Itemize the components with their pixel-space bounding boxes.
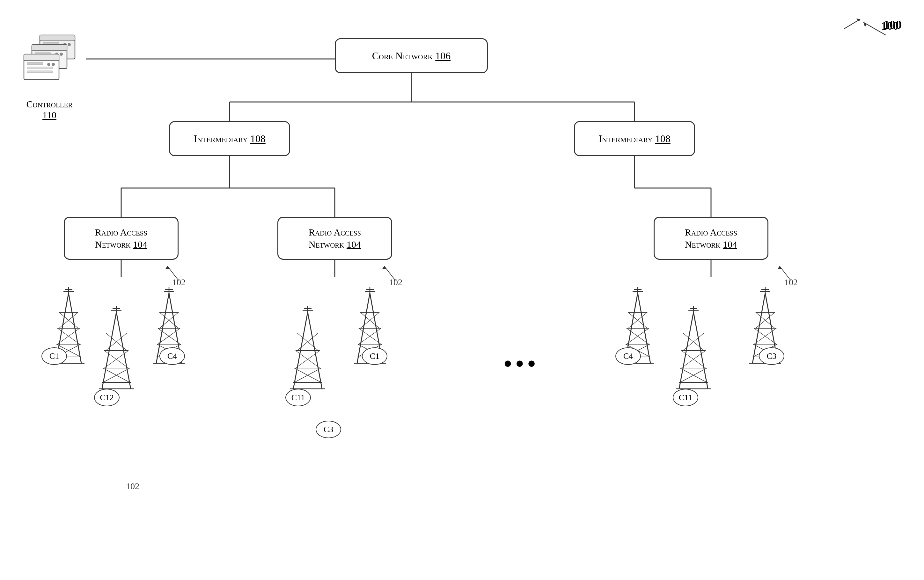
svg-rect-33 (27, 71, 53, 72)
intermediary-right-box: Intermediary 108 (574, 121, 695, 156)
svg-point-30 (47, 63, 50, 66)
svg-point-24 (59, 53, 63, 56)
svg-rect-28 (24, 54, 59, 61)
connection-lines (0, 0, 924, 580)
tower-mid-1 (287, 306, 328, 403)
svg-rect-31 (27, 62, 43, 65)
cell-c3-mid: C3 (316, 421, 341, 438)
ellipsis-dots: ••• (504, 351, 540, 377)
controller-text: Controller (26, 99, 73, 109)
svg-rect-32 (27, 67, 53, 69)
cell-c4-right: C4 (615, 348, 641, 365)
tower-left-2 (96, 306, 137, 403)
ran-mid-box: Radio Access Network 104 (277, 217, 392, 260)
core-network-label: Core Network 106 (372, 49, 451, 62)
core-network-box: Core Network 106 (335, 38, 488, 73)
figure-number: 100 (881, 19, 899, 33)
svg-rect-18 (40, 35, 75, 41)
ref-102-mid: 102 (389, 277, 403, 287)
cell-c4-left: C4 (159, 348, 185, 365)
ran-mid-label: Radio Access Network 104 (309, 226, 361, 250)
controller-server-icon (18, 29, 88, 100)
svg-point-29 (52, 63, 55, 66)
cell-c12-left: C12 (94, 389, 120, 406)
ran-left-box: Radio Access Network 104 (64, 217, 178, 260)
tower-right-2 (673, 306, 714, 403)
cell-c11-right: C11 (673, 389, 698, 406)
svg-point-19 (68, 43, 71, 46)
cell-c3-right: C3 (759, 348, 784, 365)
cell-c1-left: C1 (41, 348, 67, 365)
intermediary-left-label: Intermediary 108 (193, 132, 266, 145)
ref-102-right: 102 (784, 277, 798, 287)
intermediary-right-label: Intermediary 108 (599, 132, 670, 145)
intermediary-left-box: Intermediary 108 (169, 121, 290, 156)
ref-102-left-bottom: 102 (126, 481, 139, 491)
ran-right-label: Radio Access Network 104 (685, 226, 737, 250)
cell-c11-mid: C11 (285, 389, 311, 406)
cell-c1-mid: C1 (362, 348, 388, 365)
ref-102-left: 102 (172, 277, 186, 287)
svg-rect-23 (32, 44, 67, 50)
controller-label: Controller 110 (18, 99, 81, 120)
diagram: 100 (0, 0, 924, 580)
ran-left-label: Radio Access Network 104 (95, 226, 147, 250)
ran-right-box: Radio Access Network 104 (653, 217, 769, 260)
controller-number: 110 (18, 110, 81, 120)
